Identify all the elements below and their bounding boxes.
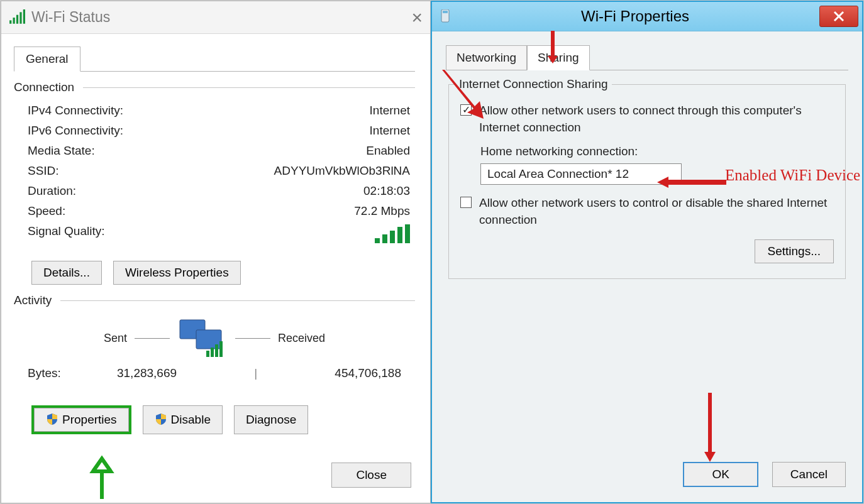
network-monitors-icon bbox=[177, 316, 228, 360]
bytes-separator: | bbox=[254, 366, 257, 380]
properties-title: Wi-Fi Properties bbox=[451, 8, 819, 25]
cancel-button[interactable]: Cancel bbox=[772, 462, 846, 487]
wireless-properties-button[interactable]: Wireless Properties bbox=[113, 261, 241, 285]
status-close-button[interactable]: × bbox=[411, 7, 423, 28]
duration-label: Duration: bbox=[28, 184, 76, 198]
close-button[interactable]: Close bbox=[331, 463, 411, 488]
section-connection: Connection bbox=[14, 80, 415, 94]
close-icon bbox=[833, 11, 845, 22]
section-connection-label: Connection bbox=[14, 80, 74, 94]
home-connection-label: Home networking connection: bbox=[480, 145, 834, 158]
svg-rect-6 bbox=[382, 234, 387, 243]
annotation-arrow-allow-checkbox bbox=[442, 70, 486, 120]
tab-networking[interactable]: Networking bbox=[446, 45, 527, 70]
svg-rect-13 bbox=[211, 348, 214, 357]
system-icon bbox=[440, 9, 451, 23]
checkbox-allow-control[interactable] bbox=[460, 197, 472, 208]
rule bbox=[83, 87, 415, 88]
status-tabstrip: General bbox=[14, 45, 415, 72]
duration-value: 02:18:03 bbox=[363, 184, 410, 198]
properties-close-button[interactable] bbox=[819, 6, 858, 27]
section-activity-label: Activity bbox=[14, 293, 52, 307]
svg-rect-5 bbox=[375, 238, 380, 243]
svg-rect-7 bbox=[390, 231, 395, 243]
ok-button[interactable]: OK bbox=[683, 462, 758, 487]
annotation-text-enabled-wifi: Enabled WiFi Device bbox=[725, 167, 860, 184]
details-button[interactable]: Details... bbox=[31, 261, 102, 285]
section-activity: Activity bbox=[14, 293, 415, 307]
wifi-status-dialog: Wi-Fi Status × General Connection IPv4 C… bbox=[1, 1, 431, 503]
signal-label: Signal Quality: bbox=[28, 224, 105, 246]
status-title: Wi-Fi Status bbox=[31, 9, 110, 26]
svg-rect-14 bbox=[215, 344, 218, 357]
properties-button-label: Properties bbox=[62, 413, 117, 426]
rule bbox=[135, 338, 170, 339]
disable-button[interactable]: Disable bbox=[143, 405, 223, 434]
svg-rect-3 bbox=[19, 12, 21, 23]
diagnose-button[interactable]: Diagnose bbox=[234, 405, 308, 434]
checkbox-allow-connect-label: Allow other network users to connect thr… bbox=[479, 102, 834, 136]
ipv4-label: IPv4 Connectivity: bbox=[28, 104, 123, 118]
wifi-signal-icon bbox=[9, 9, 25, 26]
sent-label: Sent bbox=[104, 332, 127, 345]
speed-value: 72.2 Mbps bbox=[354, 204, 410, 218]
svg-rect-1 bbox=[13, 18, 15, 24]
bytes-sent: 31,283,669 bbox=[117, 366, 177, 380]
signal-quality-icon bbox=[375, 224, 410, 246]
ipv4-value: Internet bbox=[370, 104, 410, 118]
tab-general[interactable]: General bbox=[14, 47, 80, 72]
wifi-properties-dialog: Wi-Fi Properties Networking Sharing Inte… bbox=[431, 1, 863, 503]
svg-rect-2 bbox=[16, 14, 18, 23]
svg-rect-15 bbox=[219, 341, 223, 357]
uac-shield-icon bbox=[155, 413, 167, 425]
rule bbox=[60, 300, 415, 301]
properties-tabstrip: Networking Sharing bbox=[446, 44, 848, 70]
home-connection-combobox[interactable]: Local Area Connection* 12 bbox=[480, 163, 682, 185]
annotation-arrow-ok-button bbox=[702, 393, 717, 462]
svg-rect-17 bbox=[443, 11, 448, 13]
annotation-properties-highlight: Properties bbox=[31, 405, 131, 434]
status-titlebar: Wi-Fi Status × bbox=[1, 1, 430, 34]
bytes-label: Bytes: bbox=[28, 366, 61, 380]
svg-rect-9 bbox=[405, 224, 410, 243]
annotation-arrow-properties bbox=[89, 450, 114, 500]
bytes-received: 454,706,188 bbox=[335, 366, 401, 380]
home-connection-value: Local Area Connection* 12 bbox=[487, 167, 629, 180]
svg-rect-12 bbox=[206, 351, 209, 357]
activity-graphic: Sent Received bbox=[14, 316, 415, 360]
speed-label: Speed: bbox=[28, 204, 65, 218]
svg-rect-8 bbox=[397, 227, 402, 243]
media-label: Media State: bbox=[28, 144, 95, 158]
close-icon: × bbox=[411, 7, 423, 28]
uac-shield-icon bbox=[46, 413, 58, 425]
ssid-label: SSID: bbox=[28, 164, 59, 178]
disable-button-label: Disable bbox=[171, 413, 211, 426]
ipv6-label: IPv6 Connectivity: bbox=[28, 124, 123, 138]
svg-rect-4 bbox=[23, 9, 25, 24]
checkbox-allow-control-label: Allow other network users to control or … bbox=[479, 195, 834, 228]
annotation-arrow-sharing-tab bbox=[545, 31, 560, 63]
rule bbox=[235, 338, 270, 339]
annotation-arrow-home-combo bbox=[657, 175, 726, 189]
media-value: Enabled bbox=[366, 144, 410, 158]
properties-titlebar: Wi-Fi Properties bbox=[432, 2, 862, 31]
received-label: Received bbox=[278, 332, 325, 345]
connection-fields: IPv4 Connectivity:Internet IPv6 Connecti… bbox=[14, 101, 415, 249]
svg-rect-0 bbox=[9, 20, 11, 23]
ics-settings-button[interactable]: Settings... bbox=[755, 239, 834, 263]
properties-button[interactable]: Properties bbox=[34, 408, 129, 432]
ssid-value: ADYYUmVkbWlOb3RlNA bbox=[274, 164, 410, 178]
ipv6-value: Internet bbox=[370, 124, 410, 138]
